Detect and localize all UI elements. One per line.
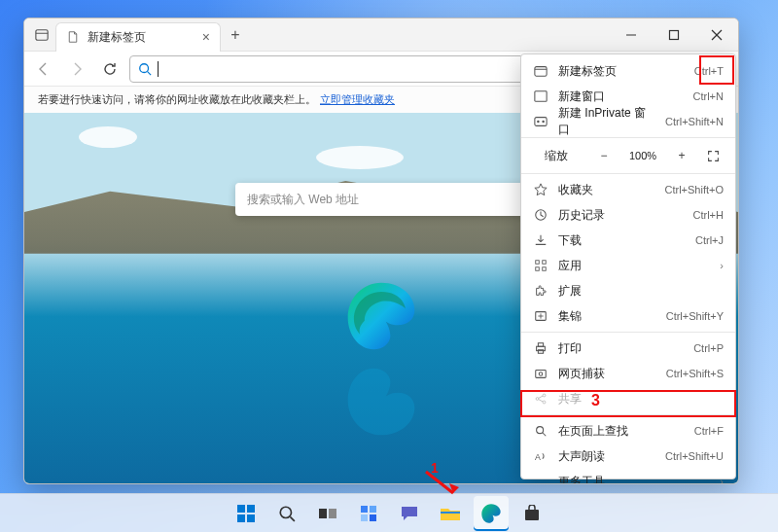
svg-rect-51 (441, 512, 460, 514)
content-search-box[interactable]: 搜索或输入 Web 地址 (235, 183, 527, 216)
desktop-background: 新建标签页 × + 若 (0, 0, 778, 532)
taskbar-search[interactable] (269, 496, 304, 531)
menu-label: 网页捕获 (558, 366, 656, 382)
svg-point-43 (280, 507, 291, 517)
taskbar-chat[interactable] (392, 496, 427, 531)
svg-rect-45 (319, 509, 327, 518)
menu-shortcut: Ctrl+Shift+Y (666, 310, 724, 322)
menu-separator (521, 414, 735, 415)
history-icon (533, 207, 548, 223)
svg-rect-3 (670, 30, 679, 39)
tab-newtab[interactable]: 新建标签页 × (55, 22, 221, 52)
menu-shortcut: Ctrl+Shift+S (666, 368, 724, 379)
menu-extensions[interactable]: 扩展 (521, 278, 735, 303)
manage-favorites-link[interactable]: 立即管理收藏夹 (320, 92, 395, 107)
taskbar-edge[interactable] (474, 496, 509, 531)
tab-actions-icon[interactable] (28, 28, 55, 42)
zoom-out-button[interactable]: − (593, 145, 615, 166)
read-aloud-icon: A (533, 448, 548, 464)
menu-shortcut: Ctrl+T (694, 65, 724, 77)
svg-rect-21 (543, 267, 547, 271)
edge-logo (343, 278, 419, 354)
blank-icon (533, 474, 548, 484)
menu-shortcut: Ctrl+N (693, 90, 724, 102)
taskbar-store[interactable] (514, 496, 549, 531)
text-caret (158, 61, 159, 77)
svg-rect-20 (536, 267, 540, 271)
menu-history[interactable]: 历史记录 Ctrl+H (521, 202, 735, 228)
svg-point-29 (539, 372, 543, 376)
taskbar-explorer[interactable] (433, 496, 468, 531)
menu-separator (521, 332, 735, 333)
svg-rect-48 (370, 506, 376, 513)
chevron-right-icon: › (720, 260, 724, 271)
download-icon (533, 232, 548, 248)
zoom-value: 100% (624, 150, 661, 161)
menu-shortcut: Ctrl+J (695, 234, 724, 246)
svg-rect-19 (543, 261, 547, 265)
svg-rect-14 (535, 118, 547, 126)
taskbar-taskview[interactable] (310, 496, 345, 531)
taskbar (0, 493, 778, 532)
menu-find[interactable]: 在页面上查找 Ctrl+F (521, 418, 735, 443)
menu-capture[interactable]: 网页捕获 Ctrl+Shift+S (521, 361, 735, 386)
svg-rect-26 (538, 343, 543, 347)
menu-collections[interactable]: 集锦 Ctrl+Shift+Y (521, 303, 735, 329)
menu-favorites[interactable]: 收藏夹 Ctrl+Shift+O (521, 177, 735, 202)
svg-line-7 (148, 71, 152, 75)
tab-strip: 新建标签页 × + (24, 18, 610, 51)
menu-apps[interactable]: 应用 › (521, 253, 735, 278)
svg-rect-52 (525, 510, 539, 520)
zoom-in-button[interactable]: + (671, 145, 692, 166)
close-window-button[interactable] (695, 18, 738, 51)
menu-shortcut: Ctrl+Shift+N (665, 116, 724, 127)
menu-downloads[interactable]: 下载 Ctrl+J (521, 228, 735, 253)
start-button[interactable] (229, 496, 264, 531)
svg-point-33 (537, 427, 544, 434)
new-tab-button[interactable]: + (221, 26, 250, 44)
menu-label: 在页面上查找 (558, 423, 685, 440)
annotation-number-3: 3 (591, 392, 600, 409)
menu-more-tools[interactable]: 更多工具 › (521, 469, 735, 484)
back-button[interactable] (30, 55, 57, 83)
close-tab-icon[interactable]: × (202, 30, 210, 44)
browser-window: 新建标签页 × + 若 (23, 18, 739, 484)
maximize-button[interactable] (653, 18, 695, 51)
svg-rect-41 (237, 514, 245, 522)
svg-point-30 (536, 398, 539, 401)
apps-icon (533, 258, 548, 273)
svg-rect-0 (36, 29, 48, 40)
svg-rect-40 (247, 505, 255, 513)
search-placeholder: 搜索或输入 Web 地址 (247, 192, 359, 208)
capture-icon (533, 366, 548, 381)
menu-shortcut: Ctrl+Shift+U (665, 450, 724, 462)
share-icon (533, 391, 548, 407)
forward-button[interactable] (63, 55, 90, 83)
menu-new-inprivate[interactable]: 新建 InPrivate 窗口 Ctrl+Shift+N (521, 109, 735, 134)
menu-shortcut: Ctrl+H (693, 209, 724, 221)
menu-new-tab[interactable]: 新建标签页 Ctrl+T (521, 58, 735, 84)
svg-rect-47 (361, 506, 368, 513)
menu-label: 应用 (558, 258, 710, 274)
refresh-button[interactable] (96, 55, 124, 83)
menu-read-aloud[interactable]: A 大声朗读 Ctrl+Shift+U (521, 443, 735, 469)
menu-label: 新建标签页 (558, 63, 685, 80)
more-menu: 新建标签页 Ctrl+T 新建窗口 Ctrl+N 新建 InPrivate 窗口… (520, 53, 736, 479)
menu-label: 收藏夹 (558, 182, 654, 198)
svg-point-16 (542, 121, 544, 123)
menu-print[interactable]: 打印 Ctrl+P (521, 336, 735, 361)
svg-line-44 (290, 516, 295, 521)
svg-rect-27 (538, 350, 543, 354)
svg-point-15 (537, 121, 539, 123)
menu-label: 缩放 (545, 148, 584, 164)
minimize-button[interactable] (610, 18, 653, 51)
taskbar-widgets[interactable] (351, 496, 386, 531)
menu-label: 新建 InPrivate 窗口 (558, 105, 655, 138)
fullscreen-button[interactable] (702, 145, 724, 166)
find-icon (533, 423, 548, 439)
titlebar: 新建标签页 × + (24, 18, 738, 52)
svg-point-6 (140, 63, 149, 72)
inprivate-icon (533, 114, 548, 129)
edge-logo-reflection (343, 364, 419, 440)
svg-point-31 (543, 394, 546, 397)
